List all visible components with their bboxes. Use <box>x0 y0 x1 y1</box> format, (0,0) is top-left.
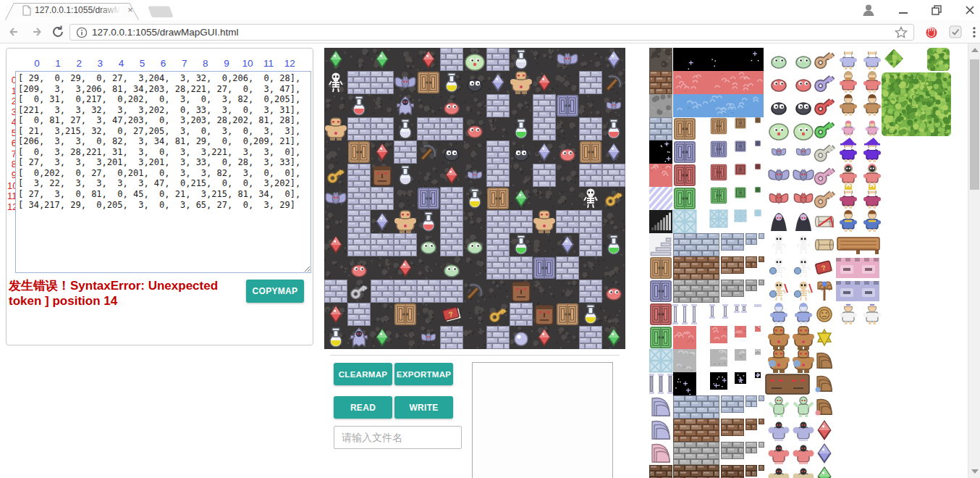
matrix-panel: 0123456789101112 0123456789101112 发生错误！S… <box>6 48 313 345</box>
col-header: 9 <box>216 58 237 69</box>
window-close-button[interactable] <box>963 3 977 17</box>
tileset-image[interactable] <box>649 48 954 478</box>
profile-avatar-icon[interactable] <box>861 3 876 17</box>
browser-menu-icon[interactable] <box>967 25 980 39</box>
map-canvas[interactable] <box>324 48 625 349</box>
page-info-icon[interactable] <box>76 27 88 38</box>
tab-title-fade <box>98 5 122 16</box>
back-button[interactable] <box>6 23 23 41</box>
page-favicon-icon <box>22 5 32 16</box>
filename-input[interactable] <box>334 426 462 449</box>
col-header: 5 <box>132 58 153 69</box>
tab-close-icon[interactable]: × <box>124 4 136 16</box>
page-scrollbar[interactable] <box>968 43 980 478</box>
browser-tabbar: 127.0.0.1:1055/drawMa × <box>0 0 980 20</box>
col-header: 11 <box>258 58 279 69</box>
copymap-button[interactable]: COPYMAP <box>246 280 304 303</box>
divider-line <box>330 355 620 356</box>
col-header: 0 <box>27 58 47 69</box>
write-button[interactable]: WRITE <box>394 396 453 419</box>
clearmap-button[interactable]: CLEARMAP <box>334 363 392 385</box>
read-button[interactable]: READ <box>334 396 392 419</box>
col-header: 3 <box>90 58 110 69</box>
col-header: 1 <box>48 58 68 69</box>
col-header: 2 <box>69 58 89 69</box>
bookmark-star-icon[interactable] <box>895 26 908 39</box>
extension-check-icon[interactable] <box>948 25 963 39</box>
url-text[interactable]: 127.0.0.1:1055/drawMapGUI.html <box>92 27 239 38</box>
col-header: 6 <box>153 58 174 69</box>
scrollbar-down-arrow-icon[interactable] <box>971 469 979 474</box>
refresh-button[interactable] <box>49 23 67 41</box>
browser-toolbar: 127.0.0.1:1055/drawMapGUI.html <box>0 20 980 43</box>
syntax-error-message: 发生错误！SyntaxError: Unexpected token ] pos… <box>9 278 248 309</box>
extension-hand-icon[interactable] <box>924 25 939 39</box>
col-header: 10 <box>237 58 258 69</box>
col-header: 4 <box>111 58 131 69</box>
map-matrix-textarea[interactable] <box>15 71 311 273</box>
col-header: 12 <box>279 58 300 69</box>
col-header: 7 <box>174 58 195 69</box>
page-content: 0123456789101112 0123456789101112 发生错误！S… <box>0 43 980 478</box>
window-restore-button[interactable] <box>929 3 944 17</box>
url-bar[interactable]: 127.0.0.1:1055/drawMapGUI.html <box>69 24 914 41</box>
window-minimize-button[interactable] <box>896 3 911 17</box>
scrollbar-up-arrow-icon[interactable] <box>971 48 979 52</box>
export-output-box[interactable] <box>472 362 613 478</box>
forward-button[interactable] <box>28 23 45 41</box>
scrollbar-thumb[interactable] <box>970 59 979 190</box>
new-tab-button[interactable] <box>148 7 173 18</box>
col-header: 8 <box>195 58 216 69</box>
exportmap-button[interactable]: EXPORTMAP <box>394 363 453 385</box>
